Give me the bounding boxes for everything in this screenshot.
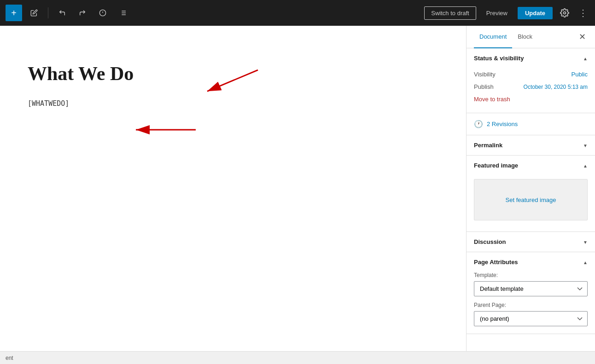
preview-button[interactable]: Preview: [480, 7, 514, 19]
info-button[interactable]: [94, 5, 111, 21]
permalink-label: Permalink: [474, 142, 502, 149]
shortcode-block[interactable]: [WHATWEDO]: [28, 99, 438, 108]
featured-image-section: Featured image Set featured image: [467, 156, 595, 232]
sidebar-tabs: Document Block ✕: [467, 26, 595, 48]
tab-block[interactable]: Block: [512, 26, 538, 48]
featured-image-header[interactable]: Featured image: [467, 156, 595, 175]
publish-label: Publish: [474, 83, 494, 90]
edit-mode-button[interactable]: [26, 5, 42, 21]
update-button[interactable]: Update: [518, 7, 553, 19]
move-to-trash-link[interactable]: Move to trash: [474, 93, 588, 105]
chevron-down-icon: [583, 142, 588, 149]
discussion-label: Discussion: [474, 238, 506, 245]
page-attributes-section: Page Attributes Template: Default templa…: [467, 252, 595, 334]
main-area: What We Do [WHATWEDO] Document Block: [0, 26, 595, 351]
publish-row: Publish October 30, 2020 5:13 am: [474, 81, 588, 93]
status-visibility-section: Status & visibility Visibility Public Pu…: [467, 48, 595, 113]
page-attributes-header[interactable]: Page Attributes: [467, 252, 595, 272]
parent-page-select[interactable]: (no parent): [474, 311, 588, 326]
set-featured-image-label: Set featured image: [506, 196, 556, 203]
status-text: ent: [6, 355, 13, 361]
template-select[interactable]: Default template: [474, 281, 588, 296]
status-visibility-title: Status & visibility: [474, 55, 524, 62]
featured-image-chevron-icon: [583, 162, 588, 169]
visibility-value[interactable]: Public: [572, 71, 588, 78]
set-featured-image-button[interactable]: Set featured image: [474, 179, 588, 220]
switch-to-draft-button[interactable]: Switch to draft: [424, 6, 476, 20]
sidebar-close-button[interactable]: ✕: [577, 30, 588, 44]
visibility-row: Visibility Public: [474, 68, 588, 81]
revisions-icon: 🕐: [474, 120, 483, 128]
discussion-row[interactable]: Discussion: [467, 232, 595, 252]
divider: [48, 7, 48, 18]
permalink-row[interactable]: Permalink: [467, 135, 595, 156]
page-attributes-content: Template: Default template Parent Page: …: [467, 272, 595, 334]
toolbar-right: Switch to draft Preview Update ⋮: [424, 5, 589, 21]
sidebar: Document Block ✕ Status & visibility Vis…: [466, 26, 595, 351]
svg-point-9: [564, 12, 566, 14]
add-block-button[interactable]: +: [6, 5, 22, 21]
editor-area[interactable]: What We Do [WHATWEDO]: [0, 26, 466, 351]
revisions-row[interactable]: 🕐 2 Revisions: [467, 113, 595, 135]
settings-button[interactable]: [556, 5, 573, 21]
toolbar-left: +: [6, 5, 420, 21]
discussion-chevron-icon: [583, 238, 588, 245]
page-attributes-chevron-icon: [583, 259, 588, 266]
revisions-label: 2 Revisions: [487, 121, 518, 127]
page-attributes-title: Page Attributes: [474, 259, 518, 266]
page-title: What We Do: [28, 63, 438, 85]
tab-document[interactable]: Document: [474, 26, 512, 48]
status-visibility-header[interactable]: Status & visibility: [467, 48, 595, 68]
more-options-button[interactable]: ⋮: [577, 7, 589, 18]
undo-button[interactable]: [54, 5, 70, 21]
featured-image-title: Featured image: [474, 162, 518, 169]
publish-date-value[interactable]: October 30, 2020 5:13 am: [524, 84, 588, 90]
redo-button[interactable]: [74, 5, 91, 21]
status-bar: ent: [0, 351, 595, 364]
toolbar: + Switch to draft Preview Update ⋮: [0, 0, 595, 26]
visibility-label: Visibility: [474, 71, 496, 78]
featured-image-content: Set featured image: [467, 179, 595, 231]
chevron-up-icon: [583, 55, 588, 62]
parent-page-label: Parent Page:: [474, 302, 588, 308]
status-visibility-content: Visibility Public Publish October 30, 20…: [467, 68, 595, 113]
list-view-button[interactable]: [115, 5, 131, 21]
template-label: Template:: [474, 272, 588, 278]
